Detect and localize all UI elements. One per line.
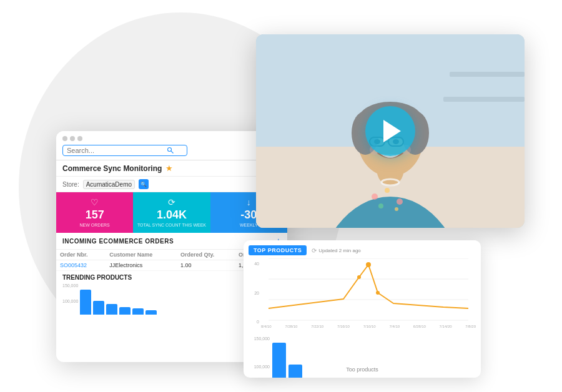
x-label-8: 7/14/20	[440, 325, 452, 328]
x-label-4: 7/16/10	[337, 325, 350, 328]
search-icon	[167, 147, 174, 154]
sync-count-number: 1.04K	[157, 208, 187, 222]
store-select[interactable]: AcumaticaDemo	[83, 180, 135, 189]
col-order-nbr: Order Nbr.	[56, 250, 106, 260]
dot-yellow	[70, 136, 75, 141]
dot-green	[77, 136, 82, 141]
dashboard-title: Commerce Sync Monitoring	[62, 164, 162, 173]
svg-point-29	[357, 275, 361, 279]
line-chart-wrapper: 40 20 0 8/4/10 7/28/10 7/22	[249, 258, 476, 333]
updated-label: Updated 2 min ago	[318, 248, 361, 253]
play-button[interactable]	[365, 106, 415, 156]
col-qty: Ordered Qty.	[177, 250, 235, 260]
svg-point-30	[366, 262, 371, 267]
store-row: Store: AcumaticaDemo 🔍	[56, 177, 287, 192]
svg-point-10	[378, 203, 383, 208]
bar-y-100k: 100,000	[249, 365, 270, 369]
dot-red	[62, 136, 67, 141]
bar-chart	[272, 336, 351, 378]
bp-bar-1	[272, 343, 286, 378]
bottom-panel: TOP PRODUCTS ⟳ Updated 2 min ago 40 20 0	[244, 240, 481, 378]
browser-dots	[62, 136, 281, 141]
svg-point-0	[168, 148, 172, 152]
customer-name-cell: JJElectronics	[106, 260, 177, 271]
trend-bar-2	[93, 301, 104, 315]
weekly-label: WEEKLY	[240, 223, 258, 228]
favorite-star-icon[interactable]: ★	[165, 164, 173, 173]
qty-cell: 1.00	[177, 260, 235, 271]
svg-rect-5	[443, 97, 525, 102]
y-20: 20	[249, 291, 259, 295]
arrow-down-icon: ↓	[247, 197, 251, 207]
trend-bar-6	[145, 310, 157, 315]
x-axis-labels: 8/4/10 7/28/10 7/22/10 7/16/10 7/10/10 7…	[261, 325, 476, 328]
bp-bar-2	[288, 365, 302, 378]
store-search-button[interactable]: 🔍	[139, 179, 149, 189]
line-chart-svg	[261, 258, 476, 321]
browser-bar	[56, 131, 287, 160]
stats-row: ♡ 157 NEW ORDERS ⟳ 1.04K TOTAL SYNC COUN…	[56, 192, 287, 233]
x-label-2: 7/28/10	[285, 325, 297, 328]
updated-text: ⟳ Updated 2 min ago	[312, 247, 361, 254]
y-label-150k: 150,000	[62, 283, 78, 288]
order-nbr-cell: SO005432	[56, 260, 106, 271]
x-label-3: 7/22/10	[311, 325, 323, 328]
x-label-5: 7/10/10	[363, 325, 376, 328]
new-orders-label: NEW ORDERS	[80, 223, 110, 228]
x-label-9: 7/8/20	[465, 325, 476, 328]
bar-y-150k: 150,000	[249, 336, 270, 341]
y-0: 0	[249, 320, 259, 324]
play-triangle-icon	[383, 120, 401, 142]
trending-y-labels: 150,000 100,000	[62, 283, 78, 315]
heart-icon: ♡	[91, 197, 99, 207]
svg-point-31	[376, 291, 380, 295]
store-label: Store:	[62, 181, 79, 188]
sync-icon: ⟳	[168, 197, 175, 207]
svg-rect-4	[450, 72, 525, 77]
trend-bar-1	[80, 290, 91, 315]
svg-point-9	[397, 198, 403, 205]
svg-point-7	[372, 194, 378, 200]
x-label-6: 7/4/10	[389, 325, 400, 328]
too-products-label: Too products	[346, 366, 378, 373]
y-40: 40	[249, 262, 259, 266]
sync-count-label: TOTAL SYNC COUNT THIS WEEK	[137, 223, 206, 228]
svg-point-11	[395, 207, 398, 211]
stat-sync-count: ⟳ 1.04K TOTAL SYNC COUNT THIS WEEK	[133, 192, 210, 233]
svg-point-8	[385, 188, 390, 193]
stat-new-orders: ♡ 157 NEW ORDERS	[56, 192, 133, 233]
col-customer-name: Customer Name	[106, 250, 177, 260]
line-chart-area: 8/4/10 7/28/10 7/22/10 7/16/10 7/10/10 7…	[261, 258, 476, 333]
search-bar[interactable]	[62, 145, 187, 156]
svg-line-1	[171, 151, 173, 153]
trend-bar-4	[119, 307, 131, 315]
video-photo-background	[256, 34, 525, 228]
trend-bar-3	[106, 304, 117, 315]
refresh-icon: ⟳	[312, 247, 317, 254]
x-label-1: 8/4/10	[261, 325, 272, 328]
bar-chart-y-axis: 150,000 100,000	[249, 336, 272, 378]
x-label-7: 6/28/10	[413, 325, 426, 328]
bottom-panel-tabs: TOP PRODUCTS ⟳ Updated 2 min ago	[249, 245, 476, 255]
search-input[interactable]	[67, 147, 167, 154]
line-chart-y-axis: 40 20 0	[249, 262, 261, 324]
orders-section-title: INCOMING ECOMMERCE ORDERS	[62, 238, 174, 245]
trend-bar-5	[132, 308, 144, 315]
y-label-100k: 100,000	[62, 299, 78, 303]
trending-chart	[80, 283, 157, 315]
order-link[interactable]: SO005432	[60, 262, 87, 268]
new-orders-number: 157	[86, 208, 104, 222]
title-bar: Commerce Sync Monitoring ★	[56, 160, 287, 177]
video-card[interactable]	[256, 34, 525, 228]
weekly-number: -30	[240, 208, 257, 222]
top-products-tab[interactable]: TOP PRODUCTS	[249, 245, 307, 255]
